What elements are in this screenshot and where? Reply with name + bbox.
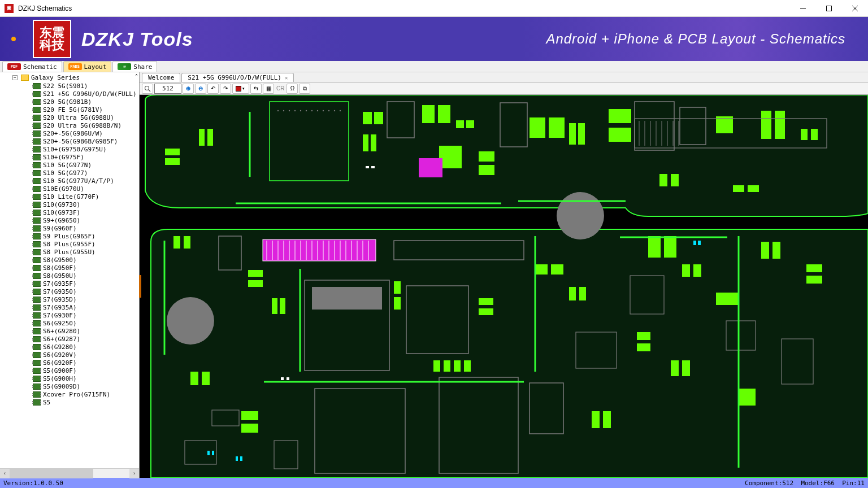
tree-item-label: S10+(G9750/G975U) xyxy=(43,146,107,153)
tree-item[interactable]: S5(G900H) xyxy=(0,374,139,382)
hscroll-thumb[interactable] xyxy=(10,469,93,478)
svg-point-19 xyxy=(334,110,335,111)
grid-toggle-button[interactable]: ▦ xyxy=(263,84,274,94)
tree-item[interactable]: S9 Plus(G965F) xyxy=(0,232,139,240)
chip-icon xyxy=(33,289,41,295)
chip-icon xyxy=(33,360,41,366)
collapse-icon[interactable]: − xyxy=(12,75,18,80)
device-tree[interactable]: − Galaxy Series S22 5G(S901)S21 +5G G996… xyxy=(0,72,139,468)
tree-item[interactable]: S20 Ultra 5G(G988B/N) xyxy=(0,121,139,129)
close-button[interactable] xyxy=(842,0,868,17)
tree-item[interactable]: S10(G973F) xyxy=(0,208,139,216)
tree-hscrollbar[interactable]: ‹ › xyxy=(0,468,139,478)
tree-item[interactable]: S8(G9500) xyxy=(0,256,139,264)
svg-point-11 xyxy=(289,110,290,111)
zoom-input[interactable] xyxy=(154,84,181,94)
zoom-out-button[interactable]: ⊖ xyxy=(195,84,206,94)
tree-item[interactable]: S7(G930F) xyxy=(0,311,139,319)
tree-item[interactable]: S6(G920F) xyxy=(0,359,139,367)
tree-item[interactable]: S6(G9280) xyxy=(0,343,139,351)
chip-icon xyxy=(33,115,41,121)
tree-item[interactable]: S10 5G(G977U/A/T/P) xyxy=(0,177,139,185)
tree-item[interactable]: S6+(G9280) xyxy=(0,327,139,335)
tree-item[interactable]: S7(G935F) xyxy=(0,280,139,287)
tree-item[interactable]: S7(G9350) xyxy=(0,287,139,295)
tree-item-label: S8(G950F) xyxy=(43,264,77,272)
tree-item[interactable]: S8(G950U) xyxy=(0,272,139,280)
tree-item-label: S10 5G(G977N) xyxy=(43,162,92,169)
tree-item-label: S6(G9250) xyxy=(43,320,77,327)
svg-rect-150 xyxy=(212,451,214,455)
ohm-button[interactable]: Ω xyxy=(287,84,298,94)
tree-item[interactable]: S21 +5G G996U/O/D/W(FULL) xyxy=(0,90,139,98)
doc-tab-active[interactable]: S21 +5G G996U/O/D/W(FULL) ✕ xyxy=(181,73,294,82)
sidebar-splitter[interactable] xyxy=(139,275,141,298)
tree-item-label: S22 5G(S901) xyxy=(43,82,88,90)
tree-item[interactable]: S10E(G970U) xyxy=(0,185,139,193)
svg-rect-81 xyxy=(184,236,190,249)
tab-share[interactable]: ⇄ Share xyxy=(112,61,157,72)
tree-item[interactable]: S20 FE 5G(G781V) xyxy=(0,106,139,114)
tree-item-label: S7(G9350) xyxy=(43,288,77,295)
tree-item-label: S7(G935D) xyxy=(43,296,77,303)
svg-rect-85 xyxy=(280,298,285,314)
rotate-left-button[interactable]: ↶ xyxy=(207,84,219,94)
tree-item[interactable]: S10(G9730) xyxy=(0,201,139,208)
chip-icon xyxy=(33,328,41,334)
folder-icon xyxy=(21,75,29,81)
tree-item[interactable]: S8 Plus(G955U) xyxy=(0,248,139,256)
tree-item[interactable]: S9+(G9650) xyxy=(0,216,139,224)
chip-icon xyxy=(33,130,41,137)
svg-point-13 xyxy=(300,110,301,111)
tree-root-galaxy-series[interactable]: − Galaxy Series xyxy=(0,73,139,82)
svg-rect-84 xyxy=(272,298,277,314)
pcb-canvas[interactable] xyxy=(140,95,868,478)
svg-rect-24 xyxy=(438,105,450,123)
tree-item[interactable]: S9(G960F) xyxy=(0,224,139,232)
tree-item[interactable]: S20+-5G(G986U/W) xyxy=(0,129,139,137)
scroll-left-icon[interactable]: ‹ xyxy=(0,469,10,478)
search-button[interactable] xyxy=(142,84,153,94)
tree-item-label: S21 +5G G996U/O/D/W(FULL) xyxy=(43,90,137,98)
app-icon: 圖 xyxy=(5,4,14,13)
tree-item[interactable]: Xcover Pro(G715FN) xyxy=(0,390,139,398)
tree-item[interactable]: S22 5G(S901) xyxy=(0,82,139,90)
tree-item[interactable]: S10+(G9750/G975U) xyxy=(0,145,139,153)
tree-item-label: S6(G9280) xyxy=(43,343,77,351)
tree-item[interactable]: S7(G935A) xyxy=(0,303,139,311)
tree-item[interactable]: S10+(G975F) xyxy=(0,153,139,161)
svg-rect-114 xyxy=(241,411,258,420)
zoom-in-button[interactable]: ⊕ xyxy=(183,84,194,94)
tree-item[interactable]: S20 Ultra 5G(G988U) xyxy=(0,114,139,121)
tree-item[interactable]: S20 5G(G981B) xyxy=(0,98,139,106)
scroll-right-icon[interactable]: › xyxy=(129,469,139,478)
rotate-right-button[interactable]: ↷ xyxy=(220,84,231,94)
tree-item[interactable]: S5 xyxy=(0,398,139,406)
layer-color-button[interactable]: ▾ xyxy=(232,84,249,94)
flip-button[interactable]: ⇆ xyxy=(250,84,262,94)
close-tab-icon[interactable]: ✕ xyxy=(285,75,288,81)
tree-item[interactable]: S10 5G(G977) xyxy=(0,169,139,177)
net-toggle-button[interactable]: ⧉ xyxy=(299,84,310,94)
tree-item[interactable]: S8(G950F) xyxy=(0,264,139,272)
tree-item[interactable]: S7(G935D) xyxy=(0,295,139,303)
tree-item[interactable]: S10 Lite(G770F) xyxy=(0,193,139,201)
tab-layout[interactable]: PADS Layout xyxy=(63,61,112,72)
doc-tab-welcome[interactable]: Welcome xyxy=(142,73,180,82)
tree-item[interactable]: S10 5G(G977N) xyxy=(0,161,139,169)
svg-point-12 xyxy=(294,110,296,111)
tree-item[interactable]: S8 Plus(G955F) xyxy=(0,240,139,248)
doc-tab-welcome-label: Welcome xyxy=(148,74,174,81)
tab-schematic[interactable]: PDF Schematic xyxy=(2,61,62,72)
tree-item[interactable]: S6(G9250) xyxy=(0,319,139,327)
tree-item[interactable]: S6(G920V) xyxy=(0,351,139,359)
chip-icon xyxy=(33,399,41,406)
tree-item[interactable]: S20+-5G(G986B/G985F) xyxy=(0,137,139,145)
svg-rect-118 xyxy=(733,185,744,192)
maximize-button[interactable] xyxy=(816,0,842,17)
tree-item[interactable]: S6+(G9287) xyxy=(0,335,139,343)
scroll-up-icon[interactable]: ˄ xyxy=(135,73,138,80)
minimize-button[interactable] xyxy=(790,0,816,17)
tree-item[interactable]: S5(G900F) xyxy=(0,367,139,374)
tree-item[interactable]: S5(G9009D) xyxy=(0,382,139,390)
